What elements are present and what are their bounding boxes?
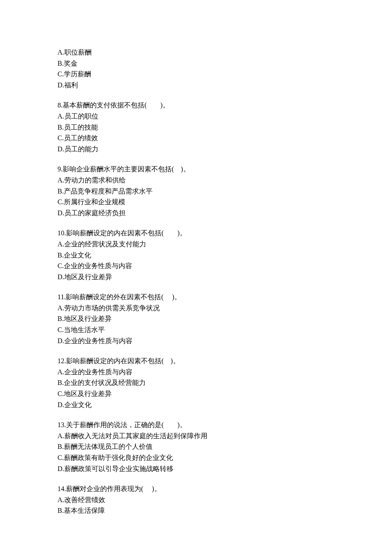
option-11a: A.劳动力市场的供需关系竞争状况 — [58, 303, 334, 314]
question-10: 10.影响薪酬设定的内在因素不包括( )。 A.企业的经营状况及支付能力 B.企… — [58, 228, 334, 282]
option-14a: A.改善经营绩效 — [58, 494, 334, 506]
question-12: 12.影响薪酬设定的内在因素不包括( )。 A.企业的业务性质与内容 B.企业的… — [58, 356, 334, 410]
option-11d: D.企业的业务性质与内容 — [58, 335, 334, 347]
option-7d: D.福利 — [58, 80, 334, 91]
question-11: 11.影响薪酬设定的外在因素不包括( )。 A.劳动力市场的供需关系竞争状况 B… — [58, 292, 334, 346]
question-10-text: 10.影响薪酬设定的内在因素不包括( )。 — [58, 228, 334, 239]
question-12-text: 12.影响薪酬设定的内在因素不包括( )。 — [58, 356, 334, 367]
option-10a: A.企业的经营状况及支付能力 — [58, 239, 334, 250]
option-8a: A.员工的职位 — [58, 111, 334, 122]
option-12d: D.企业文化 — [58, 399, 334, 410]
option-8b: B.员工的技能 — [58, 122, 334, 133]
option-10b: B.企业文化 — [58, 250, 334, 261]
question-8-text: 8.基本薪酬的支付依据不包括( )。 — [58, 100, 334, 111]
option-9c: C.所属行业和企业规模 — [58, 197, 334, 208]
option-7c: C.学历薪酬 — [58, 69, 334, 80]
option-12c: C.地区及行业差异 — [58, 388, 334, 399]
option-9b: B.产品竞争程度和产品需求水平 — [58, 186, 334, 197]
option-8c: C.员工的绩效 — [58, 133, 334, 144]
question-7-options: A.职位薪酬 B.奖金 C.学历薪酬 D.福利 — [58, 47, 334, 90]
option-12a: A.企业的业务性质与内容 — [58, 367, 334, 378]
option-10c: C.企业的业务性质与内容 — [58, 260, 334, 272]
option-8d: D.员工的能力 — [58, 144, 334, 155]
question-14-text: 14.薪酬对企业的作用表现为( )。 — [58, 483, 334, 494]
option-9d: D.员工的家庭经济负担 — [58, 208, 334, 219]
question-9-text: 9.影响企业薪酬水平的主要因素不包括( )。 — [58, 164, 334, 175]
option-14b: B.基本生活保障 — [58, 505, 334, 516]
question-11-text: 11.影响薪酬设定的外在因素不包括( )。 — [58, 292, 334, 303]
question-14: 14.薪酬对企业的作用表现为( )。 A.改善经营绩效 B.基本生活保障 — [58, 483, 334, 516]
question-13: 13.关于薪酬作用的说法，正确的是( )。 A.薪酬收入无法对员工其家庭的生活起… — [58, 419, 334, 474]
option-11c: C.当地生活水平 — [58, 324, 334, 335]
option-13b: B.薪酬无法体现员工的个人价值 — [58, 441, 334, 452]
option-7a: A.职位薪酬 — [58, 47, 334, 58]
option-11b: B.地区及行业差异 — [58, 313, 334, 324]
option-7b: B.奖金 — [58, 58, 334, 69]
option-13d: D.薪酬政策可以引导企业实施战略转移 — [58, 463, 334, 474]
question-9: 9.影响企业薪酬水平的主要因素不包括( )。 A.劳动力的需求和供给 B.产品竞… — [58, 164, 334, 218]
option-10d: D.地区及行业差异 — [58, 272, 334, 283]
option-9a: A.劳动力的需求和供给 — [58, 175, 334, 186]
question-8: 8.基本薪酬的支付依据不包括( )。 A.员工的职位 B.员工的技能 C.员工的… — [58, 100, 334, 154]
option-13c: C.薪酬政策有助于强化良好的企业文化 — [58, 452, 334, 463]
question-13-text: 13.关于薪酬作用的说法，正确的是( )。 — [58, 419, 334, 431]
option-13a: A.薪酬收入无法对员工其家庭的生活起到保障作用 — [58, 431, 334, 442]
option-12b: B.企业的支付状况及经营能力 — [58, 377, 334, 388]
